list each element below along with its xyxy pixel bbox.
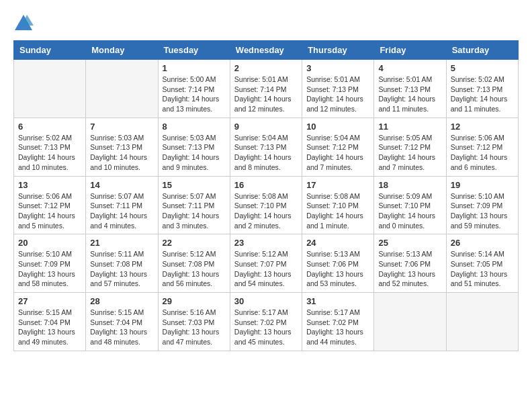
calendar-cell: 3Sunrise: 5:01 AM Sunset: 7:13 PM Daylig… (302, 60, 374, 118)
week-row-3: 13Sunrise: 5:06 AM Sunset: 7:12 PM Dayli… (14, 176, 519, 234)
day-number: 15 (163, 180, 226, 190)
weekday-header-row: SundayMondayTuesdayWednesdayThursdayFrid… (14, 41, 519, 60)
cell-info: Sunrise: 5:01 AM Sunset: 7:13 PM Dayligh… (378, 75, 441, 114)
day-number: 6 (18, 122, 81, 132)
cell-info: Sunrise: 5:03 AM Sunset: 7:13 PM Dayligh… (163, 133, 226, 173)
day-number: 7 (90, 122, 153, 132)
cell-info: Sunrise: 5:05 AM Sunset: 7:12 PM Dayligh… (378, 133, 441, 173)
day-number: 2 (234, 63, 298, 73)
cell-info: Sunrise: 5:11 AM Sunset: 7:08 PM Dayligh… (90, 249, 153, 289)
cell-info: Sunrise: 5:02 AM Sunset: 7:13 PM Dayligh… (18, 133, 81, 173)
calendar-cell (14, 60, 86, 118)
cell-info: Sunrise: 5:02 AM Sunset: 7:13 PM Dayligh… (451, 75, 514, 114)
calendar-cell: 23Sunrise: 5:12 AM Sunset: 7:07 PM Dayli… (230, 234, 302, 293)
day-number: 13 (18, 180, 81, 190)
calendar-cell: 24Sunrise: 5:13 AM Sunset: 7:06 PM Dayli… (302, 234, 374, 293)
cell-info: Sunrise: 5:17 AM Sunset: 7:02 PM Dayligh… (306, 308, 369, 347)
day-number: 22 (163, 238, 226, 248)
day-number: 20 (18, 238, 81, 248)
day-number: 12 (451, 122, 514, 132)
calendar-cell: 6Sunrise: 5:02 AM Sunset: 7:13 PM Daylig… (14, 118, 86, 176)
day-number: 16 (234, 180, 298, 190)
calendar-cell: 1Sunrise: 5:00 AM Sunset: 7:14 PM Daylig… (158, 60, 230, 118)
day-number: 9 (234, 122, 298, 132)
weekday-tuesday: Tuesday (158, 41, 230, 60)
cell-info: Sunrise: 5:15 AM Sunset: 7:04 PM Dayligh… (90, 308, 153, 347)
cell-info: Sunrise: 5:14 AM Sunset: 7:05 PM Dayligh… (451, 249, 514, 289)
day-number: 8 (163, 122, 226, 132)
day-number: 10 (306, 122, 369, 132)
day-number: 24 (306, 238, 369, 248)
calendar-cell: 19Sunrise: 5:10 AM Sunset: 7:09 PM Dayli… (446, 176, 518, 234)
calendar-body: 1Sunrise: 5:00 AM Sunset: 7:14 PM Daylig… (14, 60, 519, 351)
calendar-cell: 31Sunrise: 5:17 AM Sunset: 7:02 PM Dayli… (302, 293, 374, 351)
cell-info: Sunrise: 5:08 AM Sunset: 7:10 PM Dayligh… (306, 191, 369, 231)
day-number: 26 (451, 238, 514, 248)
header (13, 13, 519, 34)
day-number: 30 (234, 296, 298, 306)
cell-info: Sunrise: 5:04 AM Sunset: 7:13 PM Dayligh… (234, 133, 298, 173)
cell-info: Sunrise: 5:03 AM Sunset: 7:13 PM Dayligh… (90, 133, 153, 173)
week-row-5: 27Sunrise: 5:15 AM Sunset: 7:04 PM Dayli… (14, 293, 519, 351)
day-number: 21 (90, 238, 153, 248)
week-row-4: 20Sunrise: 5:10 AM Sunset: 7:09 PM Dayli… (14, 234, 519, 293)
calendar-cell (86, 60, 158, 118)
cell-info: Sunrise: 5:06 AM Sunset: 7:12 PM Dayligh… (451, 133, 514, 173)
day-number: 28 (90, 296, 153, 306)
weekday-thursday: Thursday (302, 41, 374, 60)
cell-info: Sunrise: 5:13 AM Sunset: 7:06 PM Dayligh… (378, 249, 441, 289)
cell-info: Sunrise: 5:15 AM Sunset: 7:04 PM Dayligh… (18, 308, 81, 347)
calendar-cell: 10Sunrise: 5:04 AM Sunset: 7:12 PM Dayli… (302, 118, 374, 176)
day-number: 18 (378, 180, 441, 190)
day-number: 4 (378, 63, 441, 73)
cell-info: Sunrise: 5:12 AM Sunset: 7:07 PM Dayligh… (234, 249, 298, 289)
calendar-cell: 18Sunrise: 5:09 AM Sunset: 7:10 PM Dayli… (374, 176, 446, 234)
cell-info: Sunrise: 5:09 AM Sunset: 7:10 PM Dayligh… (378, 191, 441, 231)
day-number: 1 (163, 63, 226, 73)
cell-info: Sunrise: 5:17 AM Sunset: 7:02 PM Dayligh… (234, 308, 298, 347)
calendar-cell: 7Sunrise: 5:03 AM Sunset: 7:13 PM Daylig… (86, 118, 158, 176)
cell-info: Sunrise: 5:10 AM Sunset: 7:09 PM Dayligh… (451, 191, 514, 231)
logo (13, 13, 36, 34)
calendar-cell: 13Sunrise: 5:06 AM Sunset: 7:12 PM Dayli… (14, 176, 86, 234)
weekday-wednesday: Wednesday (230, 41, 302, 60)
cell-info: Sunrise: 5:06 AM Sunset: 7:12 PM Dayligh… (18, 191, 81, 231)
calendar-cell: 11Sunrise: 5:05 AM Sunset: 7:12 PM Dayli… (374, 118, 446, 176)
calendar-cell: 25Sunrise: 5:13 AM Sunset: 7:06 PM Dayli… (374, 234, 446, 293)
cell-info: Sunrise: 5:13 AM Sunset: 7:06 PM Dayligh… (306, 249, 369, 289)
calendar-cell (446, 293, 518, 351)
weekday-sunday: Sunday (14, 41, 86, 60)
cell-info: Sunrise: 5:04 AM Sunset: 7:12 PM Dayligh… (306, 133, 369, 173)
calendar-cell: 14Sunrise: 5:07 AM Sunset: 7:11 PM Dayli… (86, 176, 158, 234)
day-number: 14 (90, 180, 153, 190)
calendar-cell: 29Sunrise: 5:16 AM Sunset: 7:03 PM Dayli… (158, 293, 230, 351)
weekday-monday: Monday (86, 41, 158, 60)
calendar-cell: 30Sunrise: 5:17 AM Sunset: 7:02 PM Dayli… (230, 293, 302, 351)
day-number: 27 (18, 296, 81, 306)
calendar-cell: 12Sunrise: 5:06 AM Sunset: 7:12 PM Dayli… (446, 118, 518, 176)
calendar-cell: 28Sunrise: 5:15 AM Sunset: 7:04 PM Dayli… (86, 293, 158, 351)
calendar-cell: 15Sunrise: 5:07 AM Sunset: 7:11 PM Dayli… (158, 176, 230, 234)
day-number: 3 (306, 63, 369, 73)
weekday-friday: Friday (374, 41, 446, 60)
calendar-cell: 2Sunrise: 5:01 AM Sunset: 7:14 PM Daylig… (230, 60, 302, 118)
day-number: 19 (451, 180, 514, 190)
week-row-2: 6Sunrise: 5:02 AM Sunset: 7:13 PM Daylig… (14, 118, 519, 176)
weekday-saturday: Saturday (446, 41, 518, 60)
day-number: 31 (306, 296, 369, 306)
cell-info: Sunrise: 5:12 AM Sunset: 7:08 PM Dayligh… (163, 249, 226, 289)
cell-info: Sunrise: 5:07 AM Sunset: 7:11 PM Dayligh… (90, 191, 153, 231)
calendar-cell: 4Sunrise: 5:01 AM Sunset: 7:13 PM Daylig… (374, 60, 446, 118)
week-row-1: 1Sunrise: 5:00 AM Sunset: 7:14 PM Daylig… (14, 60, 519, 118)
cell-info: Sunrise: 5:08 AM Sunset: 7:10 PM Dayligh… (234, 191, 298, 231)
calendar-cell: 9Sunrise: 5:04 AM Sunset: 7:13 PM Daylig… (230, 118, 302, 176)
day-number: 17 (306, 180, 369, 190)
calendar-cell: 8Sunrise: 5:03 AM Sunset: 7:13 PM Daylig… (158, 118, 230, 176)
calendar-cell: 20Sunrise: 5:10 AM Sunset: 7:09 PM Dayli… (14, 234, 86, 293)
day-number: 25 (378, 238, 441, 248)
calendar-cell: 17Sunrise: 5:08 AM Sunset: 7:10 PM Dayli… (302, 176, 374, 234)
calendar-cell: 16Sunrise: 5:08 AM Sunset: 7:10 PM Dayli… (230, 176, 302, 234)
cell-info: Sunrise: 5:00 AM Sunset: 7:14 PM Dayligh… (163, 75, 226, 114)
logo-icon (13, 13, 34, 34)
cell-info: Sunrise: 5:01 AM Sunset: 7:14 PM Dayligh… (234, 75, 298, 114)
